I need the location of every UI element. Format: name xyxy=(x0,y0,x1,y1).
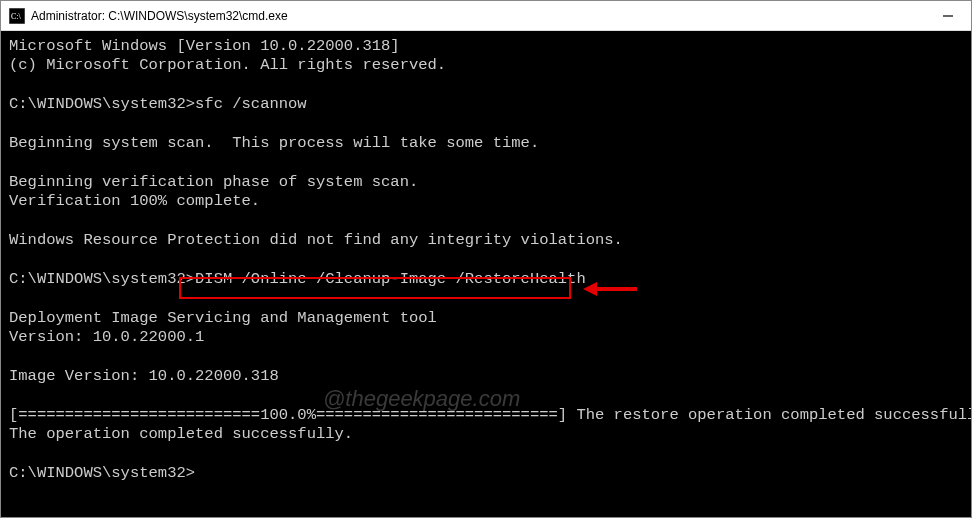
output-line: The operation completed successfully. xyxy=(9,425,353,443)
output-line: Version: 10.0.22000.1 xyxy=(9,328,204,346)
output-line: Deployment Image Servicing and Managemen… xyxy=(9,309,437,327)
window-title: Administrator: C:\WINDOWS\system32\cmd.e… xyxy=(31,9,941,23)
annotation-arrow xyxy=(583,279,639,299)
output-line: Image Version: 10.0.22000.318 xyxy=(9,367,279,385)
command-text: sfc /scannow xyxy=(195,95,307,113)
output-line: (c) Microsoft Corporation. All rights re… xyxy=(9,56,446,74)
prompt-path: C:\WINDOWS\system32> xyxy=(9,95,195,113)
prompt-path: C:\WINDOWS\system32> xyxy=(9,464,195,482)
svg-text:C:\: C:\ xyxy=(11,12,22,21)
window-controls xyxy=(941,9,955,23)
cmd-icon: C:\ xyxy=(9,8,25,24)
window-titlebar: C:\ Administrator: C:\WINDOWS\system32\c… xyxy=(1,1,971,31)
output-line: Windows Resource Protection did not find… xyxy=(9,231,623,249)
output-line: Beginning verification phase of system s… xyxy=(9,173,418,191)
minimize-button[interactable] xyxy=(941,9,955,23)
output-line: Verification 100% complete. xyxy=(9,192,260,210)
terminal-output[interactable]: Microsoft Windows [Version 10.0.22000.31… xyxy=(1,31,971,517)
output-line: [==========================100.0%=======… xyxy=(9,406,971,424)
command-text: DISM /Online /Cleanup-Image /RestoreHeal… xyxy=(195,270,586,288)
output-line: Microsoft Windows [Version 10.0.22000.31… xyxy=(9,37,400,55)
output-line: Beginning system scan. This process will… xyxy=(9,134,539,152)
prompt-path: C:\WINDOWS\system32> xyxy=(9,270,195,288)
